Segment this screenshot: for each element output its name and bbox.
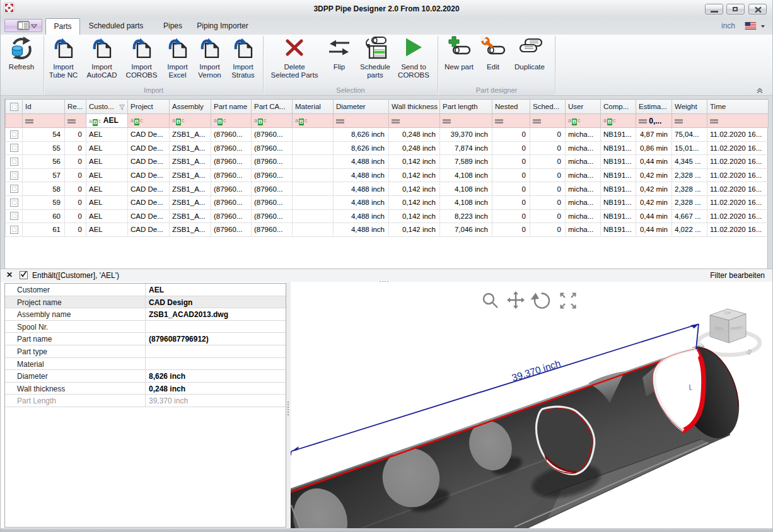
svg-text:TOP: TOP — [724, 311, 731, 315]
svg-text:39,370 inch: 39,370 inch — [511, 358, 562, 383]
svg-text:S: S — [745, 347, 753, 356]
